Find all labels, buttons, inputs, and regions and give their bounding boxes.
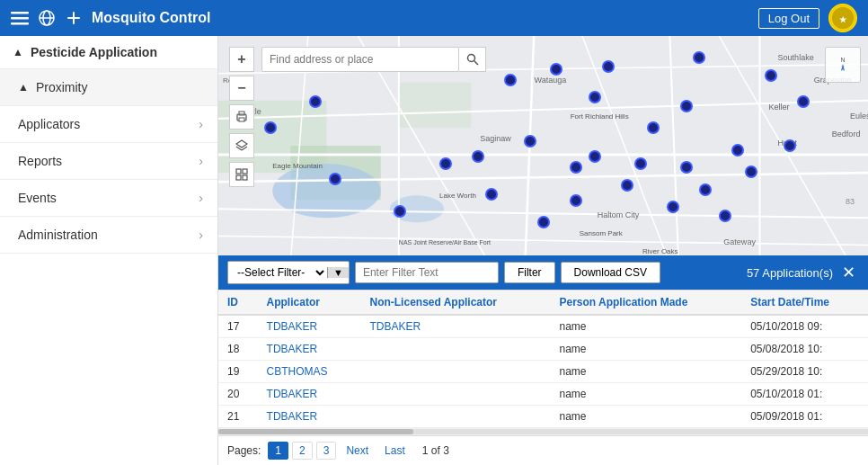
- globe-icon[interactable]: [38, 9, 56, 27]
- cell-applicator[interactable]: TDBAKER: [258, 338, 361, 361]
- map-dot: [264, 121, 277, 134]
- map-dot: [647, 121, 660, 134]
- chevron-right-icon: ›: [199, 228, 203, 242]
- sidebar-item-applicators[interactable]: Applicators ›: [0, 106, 217, 143]
- map-dot: [329, 173, 341, 185]
- page-3-button[interactable]: 3: [316, 442, 337, 460]
- map-container[interactable]: Southlake Grapevine Keller Azle Reno Eag…: [218, 36, 868, 255]
- cell-applicator[interactable]: TDBAKER: [258, 406, 361, 428]
- header-left: Mosquito Control: [11, 9, 210, 27]
- map-dot: [602, 60, 615, 73]
- map-dot: [504, 74, 517, 86]
- cell-applicator[interactable]: TDBAKER: [258, 315, 361, 338]
- svg-rect-13: [399, 83, 471, 128]
- svg-rect-0: [11, 12, 29, 14]
- proximity-caret-icon: ▲: [18, 81, 29, 94]
- map-dot: [680, 100, 693, 112]
- page-2-button[interactable]: 2: [292, 442, 313, 460]
- svg-text:★: ★: [839, 15, 847, 24]
- map-dot: [634, 157, 647, 170]
- svg-rect-58: [236, 169, 241, 174]
- horizontal-scrollbar[interactable]: [218, 428, 868, 435]
- map-search-input[interactable]: [261, 47, 459, 72]
- sidebar: ▲ Pesticide Application ▲ Proximity Appl…: [0, 36, 218, 465]
- pesticide-caret-icon: ▲: [13, 46, 23, 58]
- svg-text:Watauga: Watauga: [534, 76, 567, 85]
- filter-text-input[interactable]: [355, 262, 499, 283]
- sidebar-pesticide-section[interactable]: ▲ Pesticide Application: [0, 36, 217, 69]
- filter-select[interactable]: --Select Filter-: [228, 262, 327, 283]
- map-dot: [621, 179, 633, 192]
- page-of-label: 1 of 3: [422, 444, 449, 457]
- col-header-non-licensed: Non-Licensed Applicator: [360, 291, 550, 315]
- cell-non-licensed[interactable]: TDBAKER: [360, 315, 550, 338]
- sidebar-pesticide-label: Pesticide Application: [31, 45, 157, 59]
- print-button[interactable]: [229, 104, 254, 130]
- map-dot: [699, 183, 712, 196]
- sidebar-proximity-label: Proximity: [36, 80, 88, 94]
- sidebar-applicators-label: Applicators: [18, 117, 80, 131]
- page-1-button[interactable]: 1: [268, 442, 288, 460]
- table-row[interactable]: 18 TDBAKER name 05/08/2018 10:: [218, 338, 868, 361]
- last-page-button[interactable]: Last: [378, 443, 412, 459]
- sidebar-proximity-item[interactable]: ▲ Proximity: [0, 69, 217, 106]
- pages-label: Pages:: [227, 444, 261, 457]
- results-table-container[interactable]: ID Applicator Non-Licensed Applicator Pe…: [218, 290, 868, 428]
- svg-rect-53: [239, 118, 244, 121]
- svg-text:Gateway: Gateway: [723, 237, 756, 246]
- cell-non-licensed[interactable]: [360, 338, 550, 361]
- next-page-button[interactable]: Next: [340, 443, 375, 459]
- zoom-in-button[interactable]: +: [229, 47, 254, 72]
- map-search-button[interactable]: [459, 47, 486, 72]
- map-dot: [485, 188, 498, 201]
- filter-select-wrapper[interactable]: --Select Filter- ▼: [227, 261, 350, 284]
- map-dot: [309, 95, 322, 108]
- application-count: 57 Application(s): [747, 266, 833, 280]
- svg-text:NAS Joint Reserve/Air Base For: NAS Joint Reserve/Air Base Fort: [399, 239, 491, 246]
- col-header-id: ID: [218, 291, 258, 315]
- map-dot: [394, 205, 406, 218]
- map-search-bar: [261, 47, 486, 72]
- sidebar-item-administration[interactable]: Administration ›: [0, 217, 217, 254]
- hamburger-icon[interactable]: [11, 9, 29, 27]
- svg-text:Haltom City: Haltom City: [598, 210, 640, 219]
- map-dot: [667, 201, 679, 213]
- filter-button[interactable]: Filter: [504, 262, 555, 283]
- zoom-out-button[interactable]: −: [229, 76, 254, 101]
- download-csv-button[interactable]: Download CSV: [561, 262, 660, 283]
- table-row[interactable]: 17 TDBAKER TDBAKER name 05/10/2018 09:: [218, 315, 868, 338]
- cell-non-licensed[interactable]: [360, 383, 550, 406]
- cell-non-licensed[interactable]: [360, 406, 550, 428]
- sidebar-item-events[interactable]: Events ›: [0, 180, 217, 217]
- pagination-bar: Pages: 1 2 3 Next Last 1 of 3: [218, 435, 868, 465]
- sidebar-item-reports[interactable]: Reports ›: [0, 143, 217, 180]
- grid-button[interactable]: [229, 162, 254, 187]
- map-dot: [589, 150, 601, 163]
- cell-non-licensed[interactable]: [360, 361, 550, 383]
- svg-text:Bedford: Bedford: [832, 130, 861, 139]
- chevron-right-icon: ›: [199, 154, 203, 168]
- cell-start-date: 05/08/2018 10:: [741, 338, 868, 361]
- table-row[interactable]: 20 TDBAKER name 05/10/2018 01:: [218, 383, 868, 406]
- table-row[interactable]: 21 TDBAKER name 05/09/2018 01:: [218, 406, 868, 428]
- col-header-start-date: Start Date/Time: [741, 291, 868, 315]
- layers-button[interactable]: [229, 133, 254, 158]
- cell-person: name: [550, 383, 741, 406]
- col-header-applicator: Applicator: [258, 291, 361, 315]
- map-dot: [680, 161, 693, 174]
- map-dot: [537, 216, 550, 228]
- cell-start-date: 05/10/2018 01:: [741, 383, 868, 406]
- table-row[interactable]: 19 CBTHOMAS name 05/29/2018 10:: [218, 361, 868, 383]
- cell-applicator[interactable]: TDBAKER: [258, 383, 361, 406]
- cell-id: 21: [218, 406, 258, 428]
- close-filter-button[interactable]: ✕: [838, 263, 859, 282]
- svg-text:Southlake: Southlake: [778, 53, 814, 62]
- header-right: Log Out ★: [758, 4, 857, 32]
- logout-button[interactable]: Log Out: [758, 8, 819, 29]
- plus-icon[interactable]: [65, 9, 83, 27]
- cell-person: name: [550, 315, 741, 338]
- map-dot: [570, 161, 582, 174]
- cell-applicator[interactable]: CBTHOMAS: [258, 361, 361, 383]
- map-dot: [745, 165, 757, 178]
- svg-rect-1: [11, 17, 29, 20]
